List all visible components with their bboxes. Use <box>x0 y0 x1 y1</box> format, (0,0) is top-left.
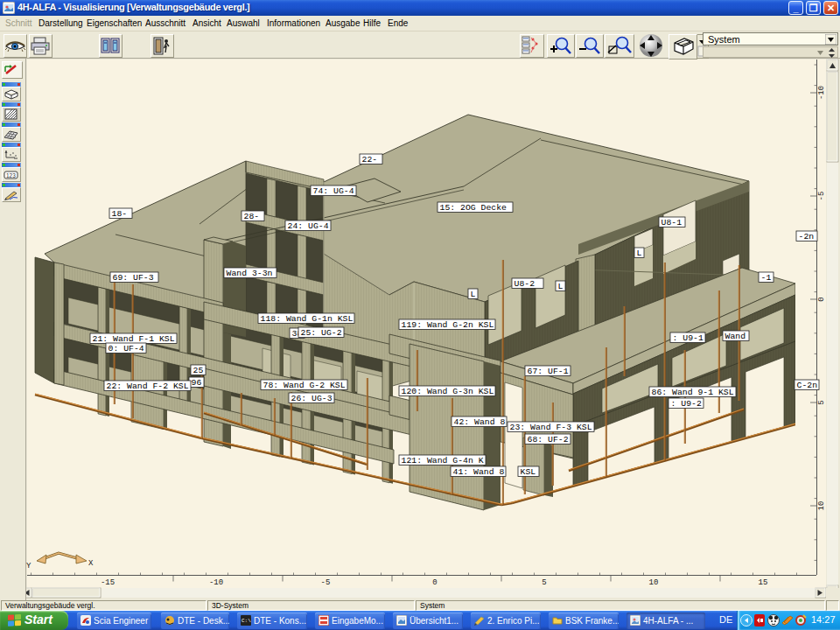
svg-text:C:\: C:\ <box>242 618 251 624</box>
svg-text:18-: 18- <box>112 209 128 219</box>
svg-text:67: UF-1: 67: UF-1 <box>528 367 569 376</box>
svg-text:-1: -1 <box>761 273 772 283</box>
svg-text:24: UG-4: 24: UG-4 <box>288 221 329 231</box>
svg-text:: U9-1: : U9-1 <box>673 333 704 343</box>
svg-text:119: Wand G-2n KSL: 119: Wand G-2n KSL <box>402 320 494 330</box>
svg-text:68: UF-2: 68: UF-2 <box>528 435 569 444</box>
svg-text:KSL: KSL <box>521 467 536 477</box>
svg-text:U8-2: U8-2 <box>514 279 536 289</box>
svg-text:-15: -15 <box>101 578 115 587</box>
svg-text:X: X <box>88 559 94 568</box>
svg-text:10: 10 <box>649 578 659 587</box>
svg-text:C-2n: C-2n <box>797 381 818 390</box>
svg-text:25: 25 <box>193 366 204 375</box>
svg-text:-10: -10 <box>817 86 826 100</box>
svg-text:-10: -10 <box>209 578 223 587</box>
svg-text:15: 15 <box>759 578 768 587</box>
svg-text:15: 2OG Decke: 15: 2OG Decke <box>440 203 508 213</box>
svg-text:5: 5 <box>542 578 546 587</box>
svg-text:L: L <box>637 248 642 258</box>
svg-text:-2n: -2n <box>799 232 815 242</box>
svg-text:120: Wand G-3n KSL: 120: Wand G-3n KSL <box>402 387 494 396</box>
svg-text:5: 5 <box>817 400 826 404</box>
svg-text:23: Wand F-3 KSL: 23: Wand F-3 KSL <box>510 423 592 432</box>
svg-text:28-: 28- <box>244 212 260 221</box>
svg-text:10: 10 <box>817 501 826 511</box>
svg-text:25: UG-2: 25: UG-2 <box>301 328 342 338</box>
svg-text:121: Wand G-4n K: 121: Wand G-4n K <box>402 456 484 466</box>
svg-text:22: Wand F-2 KSL: 22: Wand F-2 KSL <box>107 382 189 391</box>
svg-text:-5: -5 <box>321 578 331 587</box>
svg-text:86: Wand 9-1 KSL: 86: Wand 9-1 KSL <box>652 388 734 397</box>
svg-text:96: 96 <box>192 378 202 388</box>
svg-text:U8-1: U8-1 <box>662 218 682 228</box>
svg-text:123: 123 <box>6 172 16 178</box>
svg-text:118: Wand G-1n KSL: 118: Wand G-1n KSL <box>261 314 354 324</box>
svg-text:41: Wand 8: 41: Wand 8 <box>453 467 505 477</box>
svg-text:L: L <box>471 290 476 299</box>
svg-text:-5: -5 <box>817 192 826 201</box>
svg-text:69: UF-3: 69: UF-3 <box>113 273 154 283</box>
svg-text:42: Wand 8: 42: Wand 8 <box>454 417 506 427</box>
svg-text:0: 0 <box>432 578 437 587</box>
svg-text:: U9-2: : U9-2 <box>671 399 702 409</box>
svg-text:26: UG-3: 26: UG-3 <box>291 394 332 403</box>
svg-text:74: UG-4: 74: UG-4 <box>313 186 354 196</box>
svg-text:22-: 22- <box>362 155 378 164</box>
svg-text:L: L <box>558 282 564 291</box>
svg-text:Y: Y <box>26 562 32 570</box>
svg-text:21: Wand F-1 KSL: 21: Wand F-1 KSL <box>93 334 175 344</box>
svg-text:Wand 3-3n: Wand 3-3n <box>227 269 273 278</box>
svg-text:0: UF-4: 0: UF-4 <box>108 344 144 354</box>
svg-text:Wand: Wand <box>725 332 746 341</box>
svg-text:0: 0 <box>817 297 826 301</box>
svg-text:78: Wand G-2 KSL: 78: Wand G-2 KSL <box>263 381 346 390</box>
